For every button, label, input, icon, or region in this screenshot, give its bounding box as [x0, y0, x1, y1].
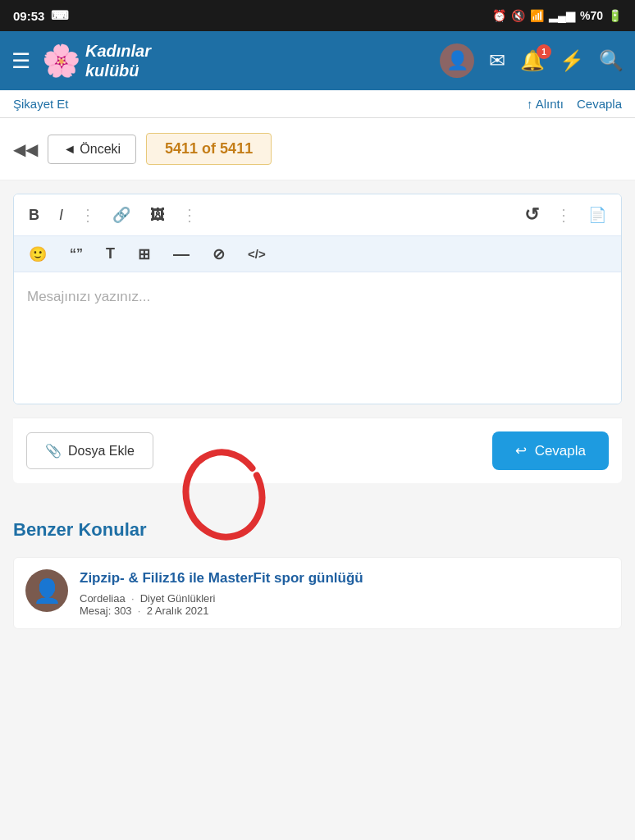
- editor-toolbar-secondary: 🙂 “” T ⊞ — ⊘ </>: [14, 236, 621, 272]
- report-link[interactable]: Şikayet Et: [13, 97, 69, 111]
- table-button[interactable]: ⊞: [135, 244, 153, 265]
- image-button[interactable]: 🖼: [147, 205, 168, 226]
- status-bar: 09:53 ⌨ ⏰ 🔇 📶 ▂▄▆ %70 🔋: [0, 0, 635, 31]
- logo-text: Kadınlar kulübü: [85, 41, 151, 80]
- link-button[interactable]: 🔗: [109, 204, 134, 226]
- similar-topic-avatar: 👤: [25, 569, 68, 612]
- similar-topic-card[interactable]: 👤 Zipzip- & Filiz16 ile MasterFit spor g…: [13, 557, 622, 629]
- similar-topic-category: Diyet Günlükleri: [140, 592, 216, 605]
- reply-link[interactable]: Cevapla: [577, 97, 622, 111]
- battery-level: %70: [580, 9, 603, 22]
- attach-icon: 📎: [45, 443, 62, 459]
- toolbar-right: ↺ ⋮ 📄: [521, 203, 610, 227]
- separator-1: ⋮: [80, 205, 96, 225]
- editor-placeholder: Mesajınızı yazınız...: [27, 289, 150, 304]
- italic-button[interactable]: I: [56, 205, 66, 226]
- action-bar: 📎 Dosya Ekle ↩ Cevapla: [13, 418, 622, 483]
- similar-topic-info: Zipzip- & Filiz16 ile MasterFit spor gün…: [80, 569, 610, 617]
- site-logo[interactable]: 🌸 Kadınlar kulübü: [42, 41, 428, 80]
- unlink-button[interactable]: ⊘: [209, 244, 228, 265]
- editor-container: B I ⋮ 🔗 🖼 ⋮ ↺ ⋮ 📄 🙂 “” T ⊞ — ⊘ </> Mesaj…: [13, 194, 622, 404]
- editor-toolbar-top: B I ⋮ 🔗 🖼 ⋮ ↺ ⋮ 📄: [14, 194, 621, 236]
- undo-button[interactable]: ↺: [521, 203, 542, 227]
- keyboard-icon: ⌨: [51, 8, 69, 23]
- similar-topic-message-label: Mesaj:: [80, 605, 114, 617]
- code-button[interactable]: </>: [244, 245, 269, 262]
- signal-icon: ▂▄▆: [549, 9, 575, 22]
- messages-icon[interactable]: ✉: [489, 49, 505, 72]
- similar-topics-section: Benzer Konular 👤 Zipzip- & Filiz16 ile M…: [0, 503, 635, 629]
- similar-topic-author: Cordeliaa: [80, 592, 126, 605]
- emoji-button[interactable]: 🙂: [25, 244, 50, 265]
- navbar-actions: 👤 ✉ 🔔 1 ⚡ 🔍: [440, 43, 624, 78]
- reply-icon: ↩: [515, 442, 527, 459]
- prev-page-button[interactable]: ◄ Önceki: [48, 135, 136, 164]
- battery-icon: 🔋: [608, 9, 622, 22]
- first-page-button[interactable]: ◀◀: [13, 139, 38, 159]
- sub-nav: Şikayet Et ↑ Alıntı Cevapla: [0, 90, 635, 118]
- editor-wrapper: B I ⋮ 🔗 🖼 ⋮ ↺ ⋮ 📄 🙂 “” T ⊞ — ⊘ </> Mesaj…: [0, 194, 635, 404]
- lightning-icon[interactable]: ⚡: [560, 49, 584, 72]
- similar-topic-date: 2 Aralık 2021: [147, 605, 209, 617]
- format-button[interactable]: T: [103, 244, 118, 264]
- source-button[interactable]: 📄: [585, 204, 610, 226]
- separator-3: ⋮: [555, 205, 572, 225]
- blockquote-button[interactable]: “”: [66, 245, 86, 263]
- message-input[interactable]: Mesajınızı yazınız...: [14, 272, 621, 404]
- logo-flower-icon: 🌸: [42, 43, 80, 79]
- alarm-icon: ⏰: [492, 9, 506, 22]
- wifi-icon: 📶: [530, 9, 544, 22]
- similar-topic-message-count: 303: [114, 605, 132, 617]
- pagination-bar: ◀◀ ◄ Önceki 5411 of 5411: [0, 118, 635, 180]
- page-counter: 5411 of 5411: [146, 133, 272, 165]
- navbar: ☰ 🌸 Kadınlar kulübü 👤 ✉ 🔔 1 ⚡ 🔍: [0, 31, 635, 90]
- mute-icon: 🔇: [511, 9, 525, 22]
- notification-badge: 1: [537, 44, 551, 59]
- reply-button[interactable]: ↩ Cevapla: [492, 431, 609, 470]
- similar-topic-meta: Cordeliaa · Diyet Günlükleri Mesaj: 303 …: [80, 592, 610, 617]
- clock: 09:53: [13, 9, 44, 23]
- menu-icon[interactable]: ☰: [11, 50, 30, 71]
- similar-topics-title: Benzer Konular: [13, 519, 622, 541]
- hr-button[interactable]: —: [170, 243, 193, 265]
- similar-topic-title[interactable]: Zipzip- & Filiz16 ile MasterFit spor gün…: [80, 569, 610, 587]
- user-avatar[interactable]: 👤: [440, 43, 474, 78]
- separator-2: ⋮: [181, 205, 198, 225]
- search-icon[interactable]: 🔍: [599, 49, 624, 72]
- attach-file-button[interactable]: 📎 Dosya Ekle: [26, 432, 153, 469]
- quote-link[interactable]: ↑ Alıntı: [527, 97, 564, 111]
- bold-button[interactable]: B: [25, 205, 43, 226]
- notifications-icon[interactable]: 🔔 1: [520, 49, 545, 72]
